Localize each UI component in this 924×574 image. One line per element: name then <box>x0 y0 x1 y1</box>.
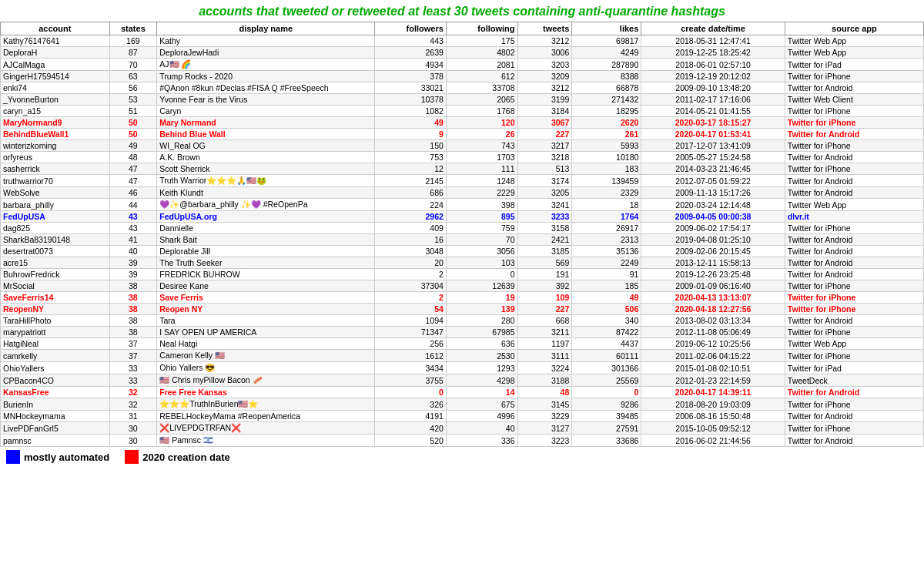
cell-followers: 33021 <box>375 82 447 94</box>
cell-states: 47 <box>109 175 157 187</box>
cell-followers: 2145 <box>375 175 447 187</box>
cell-states: 50 <box>109 117 157 129</box>
cell-source: Twitter for iPhone <box>785 422 923 435</box>
cell-likes: 1764 <box>572 211 641 223</box>
cell-source: Twitter for iPhone <box>785 327 923 338</box>
cell-display: Behind Blue Wall <box>157 129 375 140</box>
cell-tweets: 3218 <box>517 152 572 163</box>
legend-red-item: 2020 creation date <box>125 450 229 464</box>
cell-created: 2009-04-05 00:00:38 <box>641 211 785 223</box>
cell-likes: 4437 <box>572 338 641 350</box>
cell-states: 44 <box>109 199 157 211</box>
cell-following: 19 <box>446 292 517 304</box>
cell-followers: 3755 <box>375 374 447 387</box>
cell-states: 39 <box>109 257 157 269</box>
cell-source: Twitter for Android <box>785 435 923 447</box>
cell-followers: 2962 <box>375 211 447 223</box>
cell-tweets: 48 <box>517 387 572 398</box>
cell-likes: 0 <box>572 387 641 398</box>
cell-followers: 16 <box>375 234 447 246</box>
cell-likes: 33686 <box>572 435 641 447</box>
cell-source: Twitter for iPhone <box>785 223 923 234</box>
cell-likes: 49 <box>572 292 641 304</box>
cell-source: Twitter for Android <box>785 152 923 163</box>
cell-display: Trump Rocks - 2020 <box>157 71 375 82</box>
cell-followers: 443 <box>375 35 447 47</box>
cell-account: acre15 <box>1 257 110 269</box>
cell-account: TaraHillPhoto <box>1 315 110 327</box>
cell-display: Neal Hatgi <box>157 338 375 350</box>
cell-followers: 2 <box>375 269 447 280</box>
cell-source: Twitter Web App <box>785 199 923 211</box>
cell-following: 1703 <box>446 152 517 163</box>
cell-created: 2019-12-25 18:25:42 <box>641 47 785 59</box>
cell-source: Twitter for Android <box>785 387 923 398</box>
cell-account: caryn_a15 <box>1 106 110 117</box>
cell-account: marypatriott <box>1 327 110 338</box>
cell-states: 87 <box>109 47 157 59</box>
table-row: HatgiNeal37Neal Hatgi256636119744372019-… <box>1 338 924 350</box>
cell-following: 70 <box>446 234 517 246</box>
cell-followers: 2 <box>375 292 447 304</box>
cell-followers: 3434 <box>375 362 447 374</box>
cell-source: Twitter Web App <box>785 338 923 350</box>
cell-states: 50 <box>109 129 157 140</box>
table-row: OhioYallers33Ohio Yallers 😎3434129332243… <box>1 362 924 374</box>
cell-tweets: 3212 <box>517 35 572 47</box>
cell-tweets: 3233 <box>517 211 572 223</box>
table-row: MNHockeymama31REBELHockeyMama #ReopenAme… <box>1 411 924 422</box>
cell-states: 37 <box>109 338 157 350</box>
col-header-likes: likes <box>572 22 641 35</box>
cell-likes: 87422 <box>572 327 641 338</box>
cell-created: 2020-04-13 13:13:07 <box>641 292 785 304</box>
cell-states: 70 <box>109 59 157 71</box>
cell-following: 759 <box>446 223 517 234</box>
cell-account: sasherrick <box>1 163 110 175</box>
table-row: BuhrowFredrick39FREDRICK BUHROW201919120… <box>1 269 924 280</box>
col-header-following: following <box>446 22 517 35</box>
cell-tweets: 3158 <box>517 223 572 234</box>
cell-followers: 256 <box>375 338 447 350</box>
cell-created: 2014-05-21 01:41:55 <box>641 106 785 117</box>
cell-states: 38 <box>109 327 157 338</box>
cell-followers: 520 <box>375 435 447 447</box>
cell-created: 2009-02-06 20:15:45 <box>641 246 785 257</box>
table-row: LivePDFanGrl530❌LIVEPDGTRFAN❌42040312727… <box>1 422 924 435</box>
cell-followers: 753 <box>375 152 447 163</box>
cell-display: DeploraJewHadi <box>157 47 375 59</box>
cell-account: _YvonneBurton <box>1 94 110 106</box>
cell-tweets: 3209 <box>517 71 572 82</box>
cell-account: WebSolve <box>1 187 110 199</box>
cell-likes: 2329 <box>572 187 641 199</box>
cell-likes: 271432 <box>572 94 641 106</box>
cell-created: 2009-01-09 06:16:40 <box>641 280 785 292</box>
cell-followers: 378 <box>375 71 447 82</box>
cell-following: 0 <box>446 269 517 280</box>
cell-account: ReopenNY <box>1 304 110 315</box>
table-row: camrkelly37Cameron Kelly 🇺🇸1612253031116… <box>1 350 924 362</box>
cell-account: AJCalMaga <box>1 59 110 71</box>
cell-tweets: 3184 <box>517 106 572 117</box>
cell-likes: 2249 <box>572 257 641 269</box>
col-header-followers: followers <box>375 22 447 35</box>
table-row: ReopenNY38Reopen NY541392275062020-04-18… <box>1 304 924 315</box>
cell-following: 2229 <box>446 187 517 199</box>
cell-likes: 18 <box>572 199 641 211</box>
cell-following: 175 <box>446 35 517 47</box>
col-header-tweets: tweets <box>517 22 572 35</box>
cell-display: ❌LIVEPDGTRFAN❌ <box>157 422 375 435</box>
cell-source: Twitter for Android <box>785 246 923 257</box>
cell-following: 636 <box>446 338 517 350</box>
cell-created: 2006-08-16 15:50:48 <box>641 411 785 422</box>
cell-followers: 2639 <box>375 47 447 59</box>
legend-red-label: 2020 creation date <box>142 451 229 463</box>
cell-states: 43 <box>109 211 157 223</box>
table-row: Kathy76147641169Kathy4431753212698172018… <box>1 35 924 47</box>
cell-tweets: 3006 <box>517 47 572 59</box>
cell-followers: 71347 <box>375 327 447 338</box>
cell-following: 743 <box>446 140 517 152</box>
table-row: _YvonneBurton53Yvonne Fear is the Virus1… <box>1 94 924 106</box>
table-row: enki7456#QAnon #8kun #Declas #FISA Q #Fr… <box>1 82 924 94</box>
cell-followers: 409 <box>375 223 447 234</box>
cell-created: 2020-04-17 14:39:11 <box>641 387 785 398</box>
